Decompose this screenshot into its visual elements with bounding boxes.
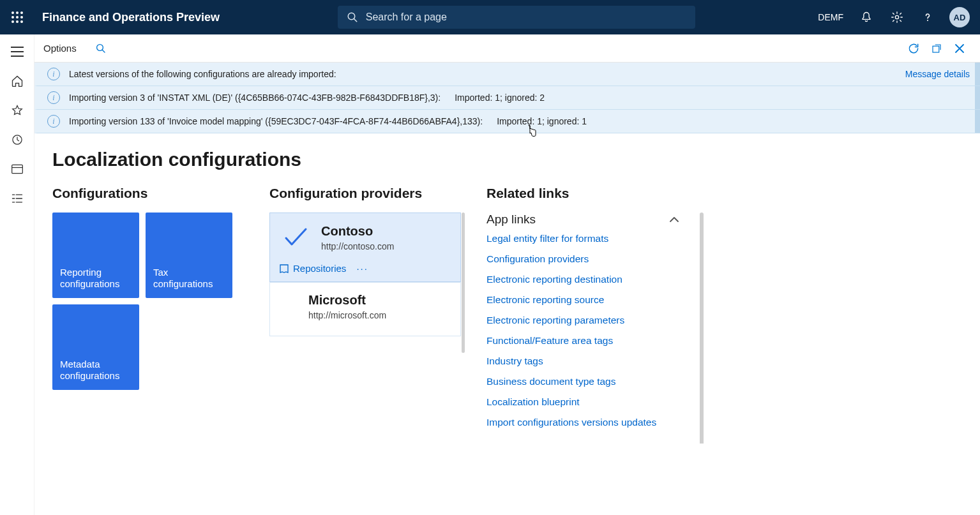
provider-card-contoso[interactable]: Contoso http://contoso.com Repositories …: [269, 213, 461, 282]
banner-scrollbar[interactable]: [975, 63, 980, 86]
link-functional-tags[interactable]: Functional/Feature area tags: [486, 335, 686, 347]
content: Localization configurations Configuratio…: [34, 133, 980, 444]
info-icon: i: [47, 91, 60, 104]
banner-text: Importing version 3 of 'INSTAT XML (DE)'…: [69, 93, 441, 103]
tile-metadata-configurations[interactable]: Metadata configurations: [52, 304, 139, 390]
workspace-icon: [11, 163, 24, 175]
provider-name: Contoso: [321, 224, 394, 239]
info-banner: i Importing version 3 of 'INSTAT XML (DE…: [34, 86, 980, 110]
link-configuration-providers[interactable]: Configuration providers: [486, 253, 686, 265]
svg-line-10: [354, 19, 357, 22]
nav-hamburger[interactable]: [2, 38, 33, 65]
popout-icon: [931, 43, 942, 54]
link-legal-entity-filter[interactable]: Legal entity filter for formats: [486, 233, 686, 244]
active-provider-check: [282, 223, 310, 251]
clock-icon: [11, 133, 24, 146]
providers-section: Configuration providers Contoso http://c…: [269, 186, 461, 336]
message-details-link[interactable]: Message details: [905, 69, 970, 79]
subheader-search[interactable]: [89, 37, 112, 60]
nav-recent[interactable]: [2, 126, 33, 153]
app-launcher-button[interactable]: [0, 0, 34, 34]
configurations-heading: Configurations: [52, 186, 244, 201]
provider-card-microsoft[interactable]: Microsoft http://microsoft.com: [269, 282, 461, 336]
info-banner: i Importing version 133 of 'Invoice mode…: [34, 110, 980, 133]
tile-label: Tax configurations: [153, 267, 225, 291]
repositories-icon: [279, 264, 289, 274]
providers-list: Contoso http://contoso.com Repositories …: [269, 213, 461, 336]
provider-url: http://microsoft.com: [308, 310, 449, 320]
tile-label: Metadata configurations: [60, 359, 132, 383]
svg-point-2: [20, 11, 23, 14]
search-icon: [95, 43, 107, 54]
app-links-heading: App links: [486, 213, 536, 227]
link-localization-blueprint[interactable]: Localization blueprint: [486, 396, 686, 408]
collapse-button[interactable]: [669, 216, 679, 223]
nav-modules[interactable]: [2, 185, 33, 212]
info-icon: i: [47, 115, 60, 128]
bell-icon: [860, 11, 873, 24]
nav-favorites[interactable]: [2, 97, 33, 124]
link-industry-tags[interactable]: Industry tags: [486, 355, 686, 367]
search-input[interactable]: [366, 11, 686, 23]
modules-icon: [11, 193, 24, 204]
search-icon: [347, 11, 358, 23]
help-icon: [921, 11, 934, 24]
link-er-parameters[interactable]: Electronic reporting parameters: [486, 315, 686, 326]
avatar[interactable]: AD: [949, 7, 970, 27]
link-document-type-tags[interactable]: Business document type tags: [486, 376, 686, 387]
svg-point-3: [11, 16, 14, 19]
page-title: Localization configurations: [52, 149, 962, 170]
search-box[interactable]: [338, 6, 695, 29]
svg-point-4: [16, 16, 19, 19]
svg-point-6: [11, 20, 14, 23]
topbar-right: DEMF AD: [813, 4, 980, 30]
page: Options i Latest versions of the followi…: [34, 34, 980, 515]
configurations-section: Configurations Reporting configurations …: [52, 186, 244, 390]
svg-point-11: [895, 15, 898, 19]
svg-point-8: [20, 20, 23, 23]
gear-icon: [891, 11, 903, 24]
provider-more-button[interactable]: ···: [356, 263, 368, 274]
svg-point-5: [20, 16, 23, 19]
refresh-button[interactable]: [902, 37, 925, 60]
svg-line-16: [102, 50, 105, 52]
repositories-link[interactable]: Repositories: [279, 263, 346, 274]
related-links-section: Related links App links Legal entity fil…: [486, 186, 704, 428]
check-icon: [283, 227, 308, 248]
popout-button[interactable]: [925, 37, 948, 60]
nav-home[interactable]: [2, 68, 33, 94]
home-icon: [11, 75, 24, 87]
banner-text: Latest versions of the following configu…: [69, 69, 336, 79]
company-picker[interactable]: DEMF: [813, 12, 848, 22]
link-import-updates[interactable]: Import configurations versions updates: [486, 417, 686, 428]
nav-workspaces[interactable]: [2, 156, 33, 183]
svg-point-1: [16, 11, 19, 14]
svg-point-0: [11, 11, 14, 14]
repositories-label: Repositories: [293, 263, 346, 274]
search-wrap: [220, 6, 813, 29]
svg-point-12: [927, 20, 928, 21]
tiles: Reporting configurations Tax configurati…: [52, 213, 244, 390]
chevron-up-icon: [669, 216, 679, 223]
banner-scrollbar[interactable]: [975, 86, 980, 109]
hamburger-icon: [11, 47, 24, 57]
provider-url: http://contoso.com: [321, 241, 394, 251]
link-er-source[interactable]: Electronic reporting source: [486, 294, 686, 306]
svg-point-7: [16, 20, 19, 23]
notifications-button[interactable]: [854, 4, 879, 30]
provider-name: Microsoft: [308, 293, 449, 308]
app-links-header[interactable]: App links: [486, 213, 686, 227]
refresh-icon: [907, 42, 920, 55]
options-button[interactable]: Options: [43, 43, 77, 54]
link-er-destination[interactable]: Electronic reporting destination: [486, 274, 686, 285]
info-icon: i: [47, 68, 60, 80]
settings-button[interactable]: [884, 4, 910, 30]
tile-reporting-configurations[interactable]: Reporting configurations: [52, 213, 139, 298]
tile-label: Reporting configurations: [60, 267, 132, 291]
help-button[interactable]: [915, 4, 940, 30]
close-icon: [954, 43, 965, 54]
banner-scrollbar[interactable]: [975, 110, 980, 133]
close-button[interactable]: [948, 37, 971, 60]
tile-tax-configurations[interactable]: Tax configurations: [146, 213, 232, 298]
app-title: Finance and Operations Preview: [34, 11, 220, 24]
